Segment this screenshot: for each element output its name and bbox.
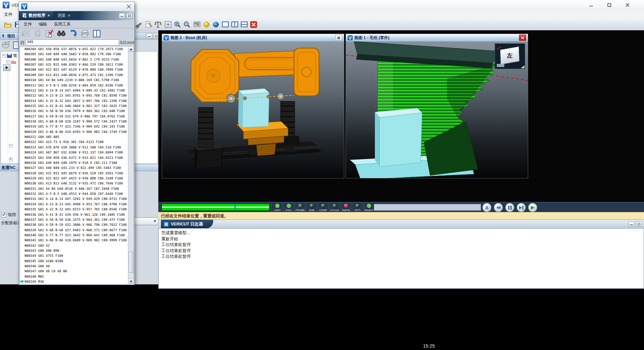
dynamic-rotate-icon[interactable] xyxy=(212,20,220,29)
nc-code-line[interactable]: N00307 G01 A31 B31 U46.0383 V-866.529 C8… xyxy=(20,62,128,67)
split-vertical-icon[interactable] xyxy=(230,20,239,29)
view1-3d-scene[interactable]: 左 xyxy=(346,41,528,178)
nc-code-line[interactable]: N00304 G01 A58 B58 U37.0076 V-855.822 C7… xyxy=(20,46,128,51)
nc-code-line[interactable]: N00315 G01 A-41 B-41 U40.3064 V-901.327 … xyxy=(20,103,128,108)
nc-code-line[interactable]: N00308 G01 A22 B22 U47.8129 V-870.889 C8… xyxy=(20,67,128,72)
nc-code-area[interactable]: N00304 G01 A58 B58 U37.0076 V-855.822 C7… xyxy=(20,46,128,285)
nc-code-line[interactable]: N00343 G00 A90 B90 xyxy=(20,248,128,253)
nc-code-line[interactable]: N00322 G01 U23.73 V-910.381 C84.4123 F10… xyxy=(20,139,128,144)
cube-dropdown-icon[interactable] xyxy=(521,65,524,68)
nc-code-line[interactable]: N00325 G01 A58 B58 U36.6372 V-915.821 C8… xyxy=(20,155,128,160)
nc-code-line[interactable]: N00311 G01 A-5 B-5 U48.8256 V-884.859 C8… xyxy=(20,83,128,88)
minimize-button[interactable] xyxy=(583,0,599,10)
logger-float-icon[interactable] xyxy=(636,221,642,227)
logger-content[interactable]: 完成重置模型...重新开始工位结束处暂停工位结束处暂停工位结束处暂停 xyxy=(158,228,644,289)
active-checkbox[interactable] xyxy=(1,213,6,217)
nc-window-titlebar[interactable] xyxy=(19,2,134,11)
tab-close-icon[interactable] xyxy=(47,13,50,18)
nc-code-line[interactable]: N00314 G01 A-32 B-32 U43.3857 V-897.766 … xyxy=(20,98,128,103)
nc-code-line[interactable]: N00347 G00 U0 C0 A0 B0 xyxy=(20,269,128,274)
rewind-button[interactable] xyxy=(494,203,503,212)
nc-code-line[interactable]: N00336 G01 A-41 B-41 U39.936 V-961.326 C… xyxy=(20,212,128,217)
close-view-icon[interactable] xyxy=(249,20,258,29)
nc-code-line[interactable]: N00306 G01 A40 B40 U43.6034 V-862.5 C79.… xyxy=(20,57,128,62)
open-project-icon[interactable] xyxy=(3,20,12,29)
nc-minimize-icon[interactable] xyxy=(119,13,125,19)
zoom-window-icon[interactable] xyxy=(164,20,172,29)
mouse-mode-icon[interactable] xyxy=(1,41,10,50)
nc-code-line[interactable]: N00341 G01 A-86 B-86 U18.6689 V-969.982 … xyxy=(20,238,128,243)
progress-marker[interactable] xyxy=(234,204,236,210)
led-button[interactable]: OPTI xyxy=(352,202,363,212)
nc-code-line[interactable]: N00332 G01 A-5 B-5 U48.4553 V-944.858 C8… xyxy=(20,191,128,196)
view2-3d-scene[interactable] xyxy=(162,41,344,178)
simulation-progress-bar[interactable] xyxy=(162,204,269,211)
nc-code-line[interactable]: N00340 G01 A-77 B-77 U23.3642 V-969.641 … xyxy=(20,233,128,238)
led-button[interactable]: SUB xyxy=(306,202,317,212)
menu-item[interactable]: 文件 xyxy=(1,11,15,18)
nc-code-line[interactable]: N00333 G01 A-14 B-14 U47.3281 V-949.429 … xyxy=(20,196,128,201)
nc-code-line[interactable]: N00323 G01 A76 B76 U28.3006 V-911.508 C8… xyxy=(20,145,128,150)
nc-window-tab[interactable]: 测量 xyxy=(54,11,74,20)
nc-code-line[interactable]: N00305 G01 A49 B49 U40.5683 V-858.902 C7… xyxy=(20,51,128,57)
nc-code-line[interactable]: N00337 G01 A-50 B-50 U36.3375 V-964.361 … xyxy=(20,217,128,222)
nc-code-line[interactable]: N00326 G01 A49 B49 U40.1979 V-918.9 C85.… xyxy=(20,160,128,165)
maximize-button[interactable] xyxy=(602,0,617,10)
nc-code-line[interactable]: N00345 G00 A180 B180 xyxy=(20,258,128,264)
nc-menu-item[interactable]: 实用工具 xyxy=(51,21,73,28)
edit-program-icon[interactable] xyxy=(144,20,153,29)
nc-code-line[interactable]: N00316 G01 A-50 B-50 U36.7079 V-904.362 … xyxy=(20,108,128,113)
close-button[interactable] xyxy=(620,0,635,10)
nc-code-line[interactable]: N00330 G01 A13 B13 U48.5132 V-935.472 C8… xyxy=(20,181,128,186)
line-number-input[interactable]: 349 xyxy=(26,39,119,45)
view2-titlebar[interactable]: 视图 2 - Base (机床) xyxy=(162,34,344,41)
scroll-down-icon[interactable] xyxy=(128,279,133,284)
view1-titlebar[interactable]: 视图 1 - 毛坯 (零件) xyxy=(346,34,528,41)
pause-button[interactable] xyxy=(505,203,514,212)
reset-button[interactable] xyxy=(482,203,491,212)
nc-code-line[interactable]: N00338 G01 A-59 B-59 U32.3086 V-966.796 … xyxy=(20,222,128,227)
panel-minimize-icon[interactable] xyxy=(146,33,152,39)
nc-code-line[interactable]: N00342 G04 X2 xyxy=(20,243,128,248)
search-nc-icon[interactable] xyxy=(33,29,42,38)
nc-window-tab[interactable]: 数控程序 xyxy=(19,11,54,20)
view2-close-icon[interactable] xyxy=(335,35,342,41)
tree-play-button[interactable] xyxy=(3,64,10,71)
zoom-out-icon[interactable] xyxy=(183,20,191,29)
led-button[interactable]: COLL xyxy=(283,202,294,212)
undo-icon[interactable] xyxy=(69,29,77,38)
nc-code-line[interactable]: N00328 G01 A31 B31 U45.6679 V-926.528 C8… xyxy=(20,171,128,176)
nc-code-line[interactable]: N00349 M30 xyxy=(20,279,128,284)
logger-minimize-icon[interactable] xyxy=(629,221,635,227)
check-nc-icon[interactable] xyxy=(45,29,54,38)
nc-code-line[interactable]: N00320 G01 A-86 B-86 U19.0393 V-909.983 … xyxy=(20,129,128,134)
step-button[interactable] xyxy=(517,203,526,212)
nc-code-line[interactable]: N00339 G01 A-68 B-68 U27.9483 V-968.571 … xyxy=(20,228,128,233)
orientation-cube[interactable]: 左 xyxy=(495,43,525,69)
nc-menu-item[interactable]: 编辑 xyxy=(36,21,50,28)
led-button[interactable]: COMP xyxy=(317,202,329,212)
nc-code-line[interactable]: N00319 G01 A-77 B-77 U23.7346 V-909.642 … xyxy=(20,124,128,129)
led-button[interactable]: READY xyxy=(363,202,375,212)
cube-face[interactable]: 左 xyxy=(500,46,520,65)
led-button[interactable]: CYCLE xyxy=(329,202,340,212)
nc-code-line[interactable]: N00329 G01 A22 B22 U47.4425 V-930.888 C8… xyxy=(20,176,128,181)
goto-line-icon[interactable] xyxy=(22,29,30,38)
nc-code-line[interactable]: N00334 G01 A-23 B-23 U45.4998 V-953.767 … xyxy=(20,202,128,207)
print-icon[interactable] xyxy=(80,29,89,38)
code-scrollbar[interactable] xyxy=(128,46,134,284)
collapse-icon[interactable] xyxy=(6,60,10,64)
nc-window-close-icon[interactable] xyxy=(127,4,131,10)
nc-code-line[interactable]: N00344 G01 U755 F100 xyxy=(20,253,128,258)
nc-code-line[interactable]: N00318 G01 A-68 B-68 U28.3187 V-908.572 … xyxy=(20,119,128,124)
tree-node-collapsed-2[interactable] xyxy=(9,156,13,162)
tab-close-icon[interactable] xyxy=(67,13,70,18)
led-button[interactable]: LIMIT xyxy=(271,202,283,212)
split-horizontal-icon[interactable] xyxy=(240,20,248,29)
single-view-icon[interactable] xyxy=(221,20,229,29)
led-button[interactable]: PROBE xyxy=(294,202,306,212)
nc-code-line[interactable]: N00309 G01 A13 B13 U48.8836 V-875.473 C8… xyxy=(20,72,128,77)
nc-code-line[interactable]: N00331 G01 A4 B4 U48.8536 V-940.167 C87.… xyxy=(20,186,128,191)
refine-display-icon[interactable] xyxy=(193,20,201,29)
nc-code-line[interactable]: N00348 M05 xyxy=(20,274,128,279)
